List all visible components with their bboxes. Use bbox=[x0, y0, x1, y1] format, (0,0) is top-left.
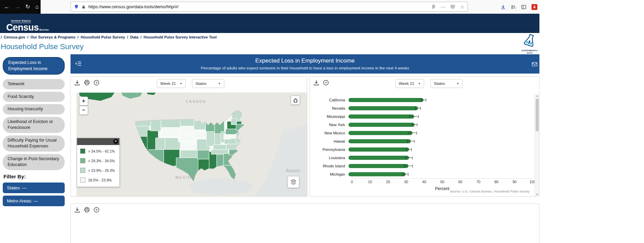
sidebar-item[interactable]: Change in Post-Secondary Education bbox=[3, 154, 65, 170]
axis-tick-label: 70 bbox=[476, 180, 481, 184]
second-row-toolbar: ? bbox=[74, 207, 99, 213]
chart-category-label: Rhode Island bbox=[310, 164, 348, 168]
sidebars-icon[interactable] bbox=[521, 4, 526, 10]
sidebar-item[interactable]: Expected Loss in Employment Income bbox=[3, 57, 65, 75]
back-icon[interactable]: ← bbox=[4, 4, 10, 10]
filter-button[interactable]: States: — bbox=[3, 183, 65, 193]
chart-bar-area bbox=[348, 162, 529, 170]
chart-bar-area bbox=[348, 112, 529, 121]
forward-icon[interactable]: → bbox=[15, 4, 20, 10]
chart-bar[interactable] bbox=[348, 172, 406, 176]
chevron-down-icon: ▼ bbox=[218, 82, 221, 85]
chart-bar[interactable] bbox=[348, 98, 423, 102]
geography-dropdown[interactable]: States ▼ bbox=[430, 79, 463, 88]
filter-by-label: Filter By: bbox=[3, 174, 65, 179]
map-layers-button[interactable] bbox=[287, 176, 299, 188]
chart-bar[interactable] bbox=[348, 164, 408, 168]
choropleth-map[interactable]: CANADA MEXICO Atlantic + − bbox=[76, 92, 308, 197]
sidebar-item[interactable]: Food Scarcity bbox=[3, 92, 65, 102]
download-icon[interactable] bbox=[313, 80, 319, 86]
axis-tick-label: 90 bbox=[513, 180, 517, 184]
chart-card: ? Week 21 ▼ States ▼ CaliforniaNevadaMis… bbox=[310, 76, 539, 197]
chart-row: Hawaii bbox=[310, 137, 534, 145]
map-home-extent-button[interactable] bbox=[291, 96, 300, 105]
reader-mode-icon[interactable] bbox=[431, 4, 436, 9]
scroll-up-icon[interactable]: ▲ bbox=[535, 95, 539, 97]
browser-toolbar-right: A bbox=[501, 0, 537, 14]
sidebar-item[interactable]: Difficulty Paying for Usual Household Ex… bbox=[3, 135, 65, 152]
zoom-in-button[interactable]: + bbox=[79, 97, 88, 106]
map-card: ? Week 21 ▼ States ▼ bbox=[71, 76, 307, 197]
help-icon[interactable]: ? bbox=[94, 207, 99, 213]
week-dropdown[interactable]: Week 21 ▼ bbox=[395, 79, 424, 88]
chart-error-bar bbox=[407, 140, 415, 143]
house-icon bbox=[293, 98, 298, 103]
chart-bar[interactable] bbox=[348, 139, 411, 143]
axis-tick-label: 20 bbox=[386, 180, 390, 184]
geography-dropdown[interactable]: States ▼ bbox=[192, 79, 224, 88]
help-icon[interactable]: ? bbox=[323, 80, 329, 86]
chart-bar-area bbox=[348, 145, 529, 154]
print-icon[interactable] bbox=[84, 207, 90, 213]
chevron-down-icon: ▼ bbox=[457, 82, 459, 85]
layers-icon bbox=[290, 178, 297, 186]
url-bar[interactable]: https://www.census.gov/data-tools/demo/h… bbox=[71, 2, 468, 12]
extension-icon[interactable]: A bbox=[532, 4, 537, 10]
legend-swatch bbox=[80, 168, 85, 173]
chart-bar[interactable] bbox=[348, 106, 418, 110]
refresh-icon[interactable]: ↻ bbox=[25, 4, 30, 10]
chart-bar[interactable] bbox=[348, 114, 414, 119]
chart-bar-area bbox=[348, 96, 529, 104]
filter-button[interactable]: Metro Areas: — bbox=[3, 196, 65, 206]
breadcrumb-item[interactable]: Household Pulse Survey bbox=[80, 35, 125, 39]
legend-header[interactable]: ✕ bbox=[77, 138, 119, 145]
sidebar-item[interactable]: Housing Insecurity bbox=[3, 104, 65, 114]
bar-chart: CaliforniaNevadaMississippiNew YorkNew M… bbox=[310, 96, 534, 191]
week-dropdown[interactable]: Week 21 ▼ bbox=[157, 79, 186, 88]
scrollbar-thumb[interactable] bbox=[536, 99, 539, 131]
census-logo[interactable]: United States CensusBureau bbox=[6, 17, 49, 32]
url-text[interactable]: https://www.census.gov/data-tools/demo/h… bbox=[88, 4, 429, 9]
svg-text:?: ? bbox=[325, 81, 327, 85]
svg-text:?: ? bbox=[96, 81, 98, 85]
download-icon[interactable] bbox=[74, 207, 80, 213]
collapse-sidebar-icon[interactable] bbox=[75, 61, 82, 67]
chart-bar[interactable] bbox=[348, 131, 412, 135]
zoom-out-button[interactable]: − bbox=[79, 106, 88, 115]
home-icon[interactable]: ⌂ bbox=[35, 4, 39, 10]
downloads-icon[interactable] bbox=[501, 4, 506, 10]
measure-header: Expected Loss in Employment Income Perce… bbox=[71, 54, 539, 74]
page-actions-icon[interactable]: ⋯ bbox=[441, 4, 446, 9]
breadcrumb-item[interactable]: Our Surveys & Programs bbox=[30, 35, 75, 39]
chart-category-label: California bbox=[310, 98, 348, 102]
chart-row: California bbox=[310, 96, 534, 104]
chart-bar[interactable] bbox=[348, 156, 409, 160]
breadcrumb-item[interactable]: Data bbox=[130, 35, 138, 39]
urlbar-actions: ⋯ ☆ bbox=[431, 4, 464, 9]
library-icon[interactable] bbox=[511, 4, 516, 10]
chart-bar-area bbox=[348, 104, 529, 112]
email-icon[interactable] bbox=[532, 62, 537, 68]
x-axis-line bbox=[352, 178, 533, 179]
legend-row: 18.0% - 23.9% bbox=[80, 177, 116, 183]
sidebar-item[interactable]: Likelihood of Eviction or Foreclosure bbox=[3, 117, 65, 133]
sidebar-item[interactable]: Telework bbox=[3, 79, 65, 89]
download-icon[interactable] bbox=[74, 80, 80, 86]
bookmark-star-icon[interactable]: ☆ bbox=[460, 4, 464, 9]
axis-tick-label: 30 bbox=[404, 180, 408, 184]
axis-tick-label: 40 bbox=[422, 180, 426, 184]
shield-icon[interactable] bbox=[74, 4, 79, 9]
chart-scrollbar[interactable]: ▲ ▼ bbox=[535, 94, 539, 196]
sidebar-items: Expected Loss in Employment IncomeTelewo… bbox=[3, 57, 65, 170]
chart-bar[interactable] bbox=[348, 123, 415, 127]
lock-icon[interactable] bbox=[82, 4, 86, 9]
chart-bar[interactable] bbox=[348, 147, 409, 152]
geography-dropdown-value: States bbox=[195, 81, 207, 86]
print-icon[interactable] bbox=[84, 80, 90, 86]
legend-label: > 23.9% - 29.3% bbox=[88, 168, 115, 173]
breadcrumb-item[interactable]: Census.gov bbox=[4, 35, 25, 39]
legend-close-icon[interactable]: ✕ bbox=[113, 139, 118, 144]
help-icon[interactable]: ? bbox=[94, 80, 99, 86]
scroll-down-icon[interactable]: ▼ bbox=[535, 193, 539, 196]
pocket-icon[interactable] bbox=[450, 4, 455, 9]
